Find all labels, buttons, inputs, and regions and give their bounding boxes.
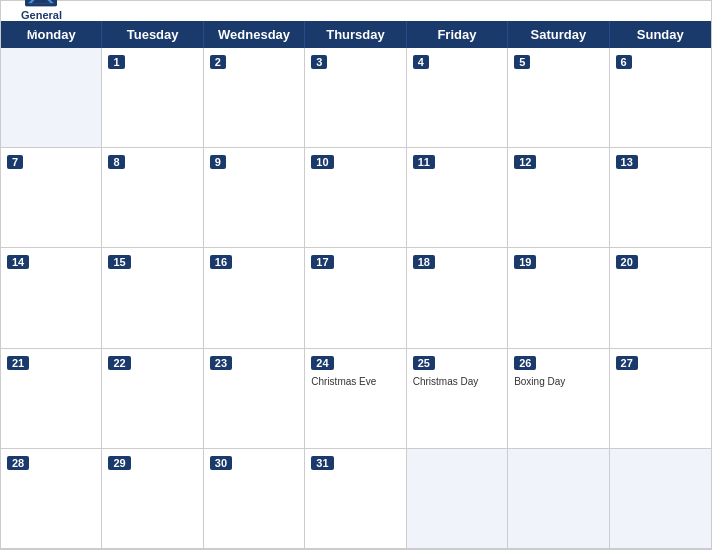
day-cell: [610, 449, 711, 549]
day-cell: 12: [508, 148, 609, 248]
day-number: 15: [108, 255, 130, 269]
day-cell: 30: [204, 449, 305, 549]
day-cell: [508, 449, 609, 549]
day-cell: 18: [407, 248, 508, 348]
day-cell: 4: [407, 48, 508, 148]
day-number: 26: [514, 356, 536, 370]
day-header-friday: Friday: [407, 21, 508, 48]
day-number: 2: [210, 55, 226, 69]
day-cell: 26Boxing Day: [508, 349, 609, 449]
day-number: 5: [514, 55, 530, 69]
day-number: 18: [413, 255, 435, 269]
day-cell: 23: [204, 349, 305, 449]
day-number: 11: [413, 155, 435, 169]
day-cell: 21: [1, 349, 102, 449]
day-header-thursday: Thursday: [305, 21, 406, 48]
day-number: 9: [210, 155, 226, 169]
day-header-wednesday: Wednesday: [204, 21, 305, 48]
day-cell: 13: [610, 148, 711, 248]
day-number: 17: [311, 255, 333, 269]
day-cell: 25Christmas Day: [407, 349, 508, 449]
day-number: 31: [311, 456, 333, 470]
day-number: 12: [514, 155, 536, 169]
day-number: 3: [311, 55, 327, 69]
holiday-name: Boxing Day: [514, 375, 602, 388]
calendar-grid: 123456789101112131415161718192021222324C…: [1, 48, 711, 549]
day-number: 21: [7, 356, 29, 370]
day-number: 14: [7, 255, 29, 269]
day-number: 20: [616, 255, 638, 269]
day-cell: 28: [1, 449, 102, 549]
day-number: 1: [108, 55, 124, 69]
day-number: 27: [616, 356, 638, 370]
day-cell: 2: [204, 48, 305, 148]
day-cell: 3: [305, 48, 406, 148]
day-headers-row: MondayTuesdayWednesdayThursdayFridaySatu…: [1, 21, 711, 48]
day-number: 25: [413, 356, 435, 370]
day-number: 8: [108, 155, 124, 169]
day-cell: 9: [204, 148, 305, 248]
day-cell: 20: [610, 248, 711, 348]
day-cell: 24Christmas Eve: [305, 349, 406, 449]
day-number: 23: [210, 356, 232, 370]
day-header-sunday: Sunday: [610, 21, 711, 48]
svg-marker-2: [32, 0, 51, 3]
day-cell: [407, 449, 508, 549]
day-cell: 14: [1, 248, 102, 348]
day-number: 7: [7, 155, 23, 169]
logo-text: GeneralBlue: [21, 9, 62, 35]
day-cell: 22: [102, 349, 203, 449]
day-number: 16: [210, 255, 232, 269]
day-cell: 11: [407, 148, 508, 248]
calendar-header: GeneralBlue: [1, 1, 711, 21]
day-header-tuesday: Tuesday: [102, 21, 203, 48]
day-cell: 5: [508, 48, 609, 148]
day-number: 10: [311, 155, 333, 169]
day-number: 4: [413, 55, 429, 69]
holiday-name: Christmas Day: [413, 375, 501, 388]
day-number: 28: [7, 456, 29, 470]
day-cell: 15: [102, 248, 203, 348]
day-number: 6: [616, 55, 632, 69]
day-number: 29: [108, 456, 130, 470]
logo-icon: [25, 0, 57, 7]
logo: GeneralBlue: [21, 0, 62, 35]
day-cell: 29: [102, 449, 203, 549]
day-cell: 31: [305, 449, 406, 549]
day-header-saturday: Saturday: [508, 21, 609, 48]
day-number: 19: [514, 255, 536, 269]
calendar-container: GeneralBlue MondayTuesdayWednesdayThursd…: [0, 0, 712, 550]
day-number: 13: [616, 155, 638, 169]
day-cell: 8: [102, 148, 203, 248]
day-number: 30: [210, 456, 232, 470]
day-cell: 6: [610, 48, 711, 148]
day-cell: 17: [305, 248, 406, 348]
holiday-name: Christmas Eve: [311, 375, 399, 388]
day-cell: 27: [610, 349, 711, 449]
day-cell: 16: [204, 248, 305, 348]
day-cell: [1, 48, 102, 148]
day-number: 22: [108, 356, 130, 370]
day-cell: 7: [1, 148, 102, 248]
day-cell: 10: [305, 148, 406, 248]
day-cell: 1: [102, 48, 203, 148]
day-cell: 19: [508, 248, 609, 348]
day-number: 24: [311, 356, 333, 370]
